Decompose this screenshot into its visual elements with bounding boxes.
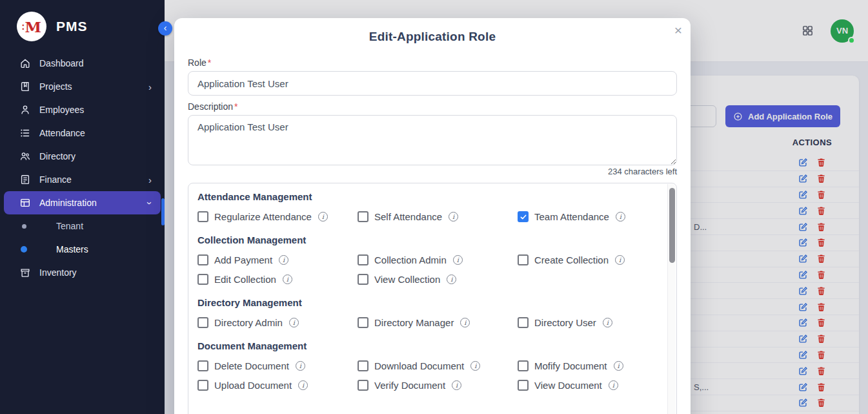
sidebar-item-administration[interactable]: Administration› <box>4 191 161 214</box>
checkbox-icon[interactable] <box>518 317 529 328</box>
permission-label: Add Payment <box>214 254 272 265</box>
permission-item[interactable]: Verify Documenti <box>358 378 518 392</box>
permission-grid: Delete DocumentiDownload DocumentiMofify… <box>197 359 667 392</box>
sidebar-collapse-button[interactable]: ‹ <box>158 21 172 36</box>
permission-item[interactable]: Directory Manageri <box>358 316 518 329</box>
info-icon[interactable]: i <box>298 380 308 390</box>
checkbox-icon[interactable] <box>197 211 208 222</box>
description-textarea[interactable] <box>188 115 677 165</box>
scrollbar-thumb[interactable] <box>669 188 675 263</box>
projects-icon <box>19 81 31 92</box>
permission-item[interactable]: Create Collectioni <box>518 253 667 267</box>
checkbox-icon[interactable] <box>518 211 529 222</box>
characters-left-counter: 234 characters left <box>188 167 677 177</box>
permission-label: Create Collection <box>534 254 609 265</box>
checkbox-icon[interactable] <box>358 317 368 328</box>
scrollbar-track[interactable] <box>667 184 676 414</box>
permission-item[interactable]: View Documenti <box>518 378 667 392</box>
permission-item[interactable]: Directory Useri <box>518 316 667 329</box>
bullet-icon <box>21 246 27 253</box>
administration-icon <box>19 197 31 209</box>
sidebar-item-projects[interactable]: Projects› <box>4 75 161 98</box>
checkbox-icon[interactable] <box>358 360 368 371</box>
info-icon[interactable]: i <box>453 255 463 265</box>
sidebar-subitem-tenant[interactable]: Tenant <box>0 214 165 238</box>
modal-title: Edit-Application Role <box>188 30 677 45</box>
info-icon[interactable]: i <box>615 255 625 265</box>
sidebar-item-dashboard[interactable]: Dashboard <box>4 52 161 75</box>
bullet-icon <box>21 224 27 229</box>
attendance-icon <box>19 127 31 139</box>
permission-group-title: Directory Management <box>197 297 667 309</box>
inventory-icon <box>19 267 31 278</box>
info-icon[interactable]: i <box>460 318 470 327</box>
info-icon[interactable]: i <box>449 212 458 222</box>
checkbox-icon[interactable] <box>518 360 529 371</box>
info-icon[interactable]: i <box>616 212 625 222</box>
checkbox-icon[interactable] <box>197 274 208 285</box>
sidebar-item-inventory[interactable]: Inventory <box>4 261 161 284</box>
info-icon[interactable]: i <box>289 318 299 327</box>
checkbox-icon[interactable] <box>197 380 208 391</box>
sidebar-subitem-label: Tenant <box>56 221 83 231</box>
permission-item[interactable]: Regularize Attendancei <box>197 210 358 223</box>
permission-item[interactable]: Mofify Documenti <box>518 359 667 373</box>
required-asterisk: * <box>234 101 237 112</box>
info-icon[interactable]: i <box>614 361 623 371</box>
permission-item[interactable]: Self Attendancei <box>358 210 518 223</box>
checkbox-icon[interactable] <box>358 254 368 265</box>
permission-grid: Regularize AttendanceiSelf AttendanceiTe… <box>197 210 667 223</box>
role-label: Role* <box>188 57 677 68</box>
chevron-right-icon: › <box>148 82 152 92</box>
checkbox-icon[interactable] <box>358 211 368 222</box>
info-icon[interactable]: i <box>452 380 461 390</box>
checkbox-icon[interactable] <box>197 360 208 371</box>
info-icon[interactable]: i <box>470 361 480 371</box>
directory-icon <box>19 150 31 162</box>
close-icon[interactable]: × <box>674 23 682 37</box>
permission-label: Directory Admin <box>214 317 283 328</box>
permission-item[interactable]: Edit Collectioni <box>197 273 358 286</box>
edit-application-role-modal: × Edit-Application Role Role* Descriptio… <box>174 18 691 414</box>
sidebar-item-label: Employees <box>39 105 84 115</box>
info-icon[interactable]: i <box>318 212 328 222</box>
sidebar-item-employees[interactable]: Employees <box>4 98 161 121</box>
sidebar-subitem-masters[interactable]: Masters <box>0 238 165 261</box>
app-title: PMS <box>56 19 88 34</box>
permission-item[interactable]: Upload Documenti <box>197 378 358 392</box>
info-icon[interactable]: i <box>296 361 305 371</box>
permission-grid: Directory AdminiDirectory ManageriDirect… <box>197 316 667 329</box>
permission-item[interactable]: View Collectioni <box>358 273 518 286</box>
permission-item[interactable]: Collection Admini <box>358 253 518 267</box>
permission-item[interactable]: Delete Documenti <box>197 359 358 373</box>
permission-item[interactable]: Add Paymenti <box>197 253 358 267</box>
info-icon[interactable]: i <box>603 318 612 327</box>
checkbox-icon[interactable] <box>197 254 208 265</box>
permission-item[interactable]: Download Documenti <box>358 359 518 373</box>
info-icon[interactable]: i <box>283 274 292 284</box>
sidebar-item-attendance[interactable]: Attendance <box>4 121 161 145</box>
sidebar-item-label: Directory <box>39 151 76 161</box>
checkbox-icon[interactable] <box>197 317 208 328</box>
role-input[interactable] <box>188 71 677 96</box>
sidebar-item-label: Projects <box>39 81 72 92</box>
checkbox-icon[interactable] <box>358 380 368 391</box>
permission-item[interactable]: Team Attendancei <box>518 210 667 223</box>
permissions-scroll-area[interactable]: Attendance ManagementRegularize Attendan… <box>188 183 667 414</box>
checkbox-icon[interactable] <box>518 254 529 265</box>
sidebar-item-finance[interactable]: Finance› <box>4 168 161 191</box>
info-icon[interactable]: i <box>447 274 456 284</box>
permission-label: Verify Document <box>374 380 445 391</box>
sidebar-item-directory[interactable]: Directory <box>4 145 161 168</box>
permission-label: Mofify Document <box>534 360 607 371</box>
info-icon[interactable]: i <box>279 255 288 265</box>
checkbox-icon[interactable] <box>358 274 368 285</box>
required-asterisk: * <box>208 57 211 68</box>
info-icon[interactable]: i <box>609 380 618 390</box>
permission-label: Regularize Attendance <box>214 211 312 222</box>
sidebar-item-label: Dashboard <box>39 58 84 68</box>
sidebar-item-label: Inventory <box>39 267 77 278</box>
permission-label: View Collection <box>374 274 440 285</box>
permission-item[interactable]: Directory Admini <box>197 316 358 329</box>
checkbox-icon[interactable] <box>518 380 529 391</box>
